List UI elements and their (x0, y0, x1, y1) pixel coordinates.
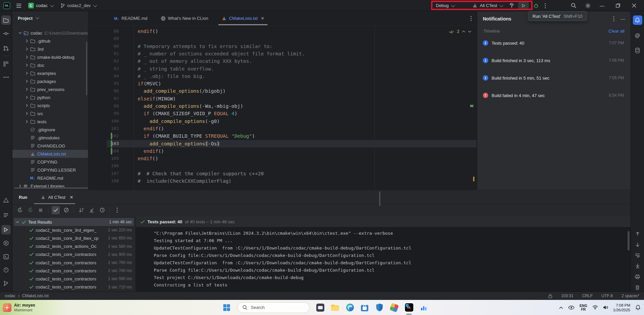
tree-item-prev-versions[interactable]: prev_versions (12, 85, 88, 93)
window-minimize-button[interactable]: — (600, 0, 606, 11)
notifications-more-button[interactable] (613, 16, 614, 21)
show-passed-filter-button[interactable] (52, 206, 60, 214)
console-scrollbar[interactable] (628, 231, 630, 251)
scroll-up-button[interactable] (633, 229, 642, 238)
structure-toolwindow-button[interactable] (1, 59, 11, 69)
tree-item-src[interactable]: src (12, 109, 88, 118)
project-toolwindow-button[interactable] (1, 15, 11, 25)
search-everywhere-button[interactable] (571, 0, 577, 11)
rerun-failed-button[interactable] (26, 206, 34, 214)
database-toolwindow-button[interactable] (633, 46, 642, 55)
wifi-icon[interactable] (592, 305, 598, 310)
tree-item-cmake-build-debug[interactable]: cmake-build-debug (12, 53, 88, 61)
test-row[interactable]: codac2_tests_core_contractors1 sec 590 m… (14, 275, 134, 283)
test-row[interactable]: codac2_tests_core_contractors2 sec 740 m… (14, 267, 134, 275)
language-indicator[interactable]: ENG FR (580, 304, 587, 311)
chevron-up-icon[interactable] (462, 31, 465, 33)
taskbar-app-chart-app[interactable] (419, 302, 429, 313)
taskbar-app-file-explorer[interactable] (330, 302, 340, 313)
test-row[interactable]: codac2_tests_core_3rd_eigen_2 sec 220 ms (14, 226, 134, 234)
project-vertical-scrollbar[interactable] (86, 42, 87, 95)
window-restore-button[interactable] (616, 0, 620, 11)
taskbar-app-store-app[interactable] (360, 302, 370, 313)
weather-widget[interactable]: Air: moyen Maintenant (3, 300, 35, 315)
close-icon[interactable]: ✕ (70, 195, 74, 200)
vcs-toolwindow-button[interactable] (1, 279, 11, 288)
more-actions-button[interactable] (545, 0, 546, 11)
build-button[interactable] (509, 0, 515, 11)
eye-icon[interactable] (568, 306, 574, 310)
tab-list-more-button[interactable] (470, 16, 472, 21)
test-row[interactable]: codac2_tests_core_contractors2 sec 900 m… (14, 251, 134, 259)
test-row[interactable]: codac2_tests_core_actions_Oc2 sec 580 ms (14, 242, 134, 251)
clear-console-button[interactable] (633, 283, 642, 292)
notifications-toolwindow-button[interactable] (633, 15, 642, 25)
tree-item-copying[interactable]: COPYING (12, 158, 88, 166)
test-history-button[interactable] (98, 206, 106, 214)
branch-widget[interactable]: codac2_dev (60, 0, 96, 11)
file-encoding[interactable]: UTF-8 (601, 294, 613, 298)
taskbar-app-clion[interactable]: CL (404, 302, 414, 313)
commit-toolwindow-button[interactable] (1, 29, 11, 38)
project-horizontal-scrollbar[interactable] (14, 187, 88, 189)
editor-tab-what-s-new-in-clion[interactable]: What's New in CLion (157, 11, 212, 25)
notification-item[interactable]: iBuild finished in 3 sec, 113 ms7:06 PM (483, 58, 625, 71)
breadcrumb-project[interactable]: codac (5, 294, 15, 298)
project-widget[interactable]: C codac (28, 0, 53, 11)
print-button[interactable] (633, 272, 642, 281)
taskbar-search[interactable]: Search (237, 302, 310, 313)
tree-item-copying-lesser[interactable]: COPYING.LESSER (12, 166, 88, 174)
ai-assistant-toolwindow-button[interactable] (633, 31, 642, 40)
window-close-button[interactable] (632, 0, 636, 11)
cmake-toolwindow-button[interactable] (1, 195, 11, 205)
notification-item[interactable]: iTests passed: 407:07 PM (483, 40, 625, 53)
code-editor[interactable]: 88endif()8990# Temporary attempts to fix… (88, 26, 476, 190)
more-toolwindows-button[interactable] (1, 73, 11, 82)
close-icon[interactable]: ✕ (261, 16, 264, 21)
scrollbar-thumb[interactable] (379, 191, 380, 206)
tree-item--gitmodules[interactable]: .gitmodules (12, 134, 88, 142)
clock-widget[interactable]: 7:08 PM 1/26/2025 (613, 303, 630, 312)
test-row[interactable]: codac2_tests_core_contractors2 sec 790 m… (14, 259, 134, 267)
tree-item-changelog[interactable]: CHANGELOG (12, 142, 88, 150)
scroll-to-end-button[interactable] (633, 261, 642, 271)
tree-item-3rd[interactable]: 3rd (12, 45, 88, 53)
run-button[interactable] (518, 0, 528, 11)
run-tab-all-ctest[interactable]: All CTest ✕ (39, 190, 75, 204)
hidden-icons-chevron[interactable] (559, 306, 563, 309)
scroll-down-button[interactable] (633, 240, 642, 249)
test-results-root[interactable]: Test Results1 min 46 sec (14, 218, 134, 226)
run-config-selector[interactable]: All CTest (472, 0, 502, 11)
taskbar-app-security-app[interactable] (374, 302, 384, 313)
tree-item--github[interactable]: .github (12, 37, 88, 45)
editor-area[interactable]: M↓README.mdWhat's New in CLionCMakeLists… (88, 11, 476, 190)
tree-item-cmakelists-txt[interactable]: CMakeLists.txt (12, 150, 88, 158)
caret-position[interactable]: 103:31 (561, 294, 573, 298)
debug-button[interactable] (533, 0, 539, 11)
config-selector[interactable]: Debug (436, 0, 454, 11)
tree-item-tests[interactable]: tests (12, 118, 88, 126)
stop-button[interactable] (37, 206, 45, 214)
sort-by-duration-button[interactable] (77, 206, 85, 214)
services-toolwindow-button[interactable] (1, 238, 11, 248)
notification-item[interactable]: !Build failed in 4 min, 47 sec6:54 PM (483, 93, 625, 105)
chevron-down-icon[interactable] (468, 31, 471, 33)
tree-item-doc[interactable]: doc (12, 61, 88, 69)
import-results-button[interactable] (88, 206, 96, 214)
tree-item-scripts[interactable]: scripts (12, 101, 88, 109)
editor-tab-cmakelists-txt[interactable]: CMakeLists.txt✕ (218, 11, 268, 25)
lock-icon[interactable] (548, 294, 552, 298)
tree-item--gitignore[interactable]: .gitignore (12, 126, 88, 134)
editor-tab-readme-md[interactable]: M↓README.md (110, 11, 151, 25)
taskbar-app-desktop-app[interactable] (315, 302, 325, 313)
soft-wrap-button[interactable] (633, 251, 642, 260)
breadcrumb-file[interactable]: CMakeLists.txt (22, 294, 49, 298)
breadcrumb[interactable]: codac CMakeLists.txt (5, 294, 49, 298)
test-row[interactable]: codac2_tests_core_contractors3 sec 710 m… (14, 283, 134, 291)
taskbar-app-pinwheel-app[interactable] (389, 302, 399, 313)
run-more-options-button[interactable] (113, 206, 121, 214)
settings-button[interactable] (585, 0, 591, 11)
problems-toolwindow-button[interactable] (1, 265, 11, 275)
clear-all-link[interactable]: Clear all (608, 29, 625, 34)
terminal-toolwindow-button[interactable] (1, 252, 11, 261)
